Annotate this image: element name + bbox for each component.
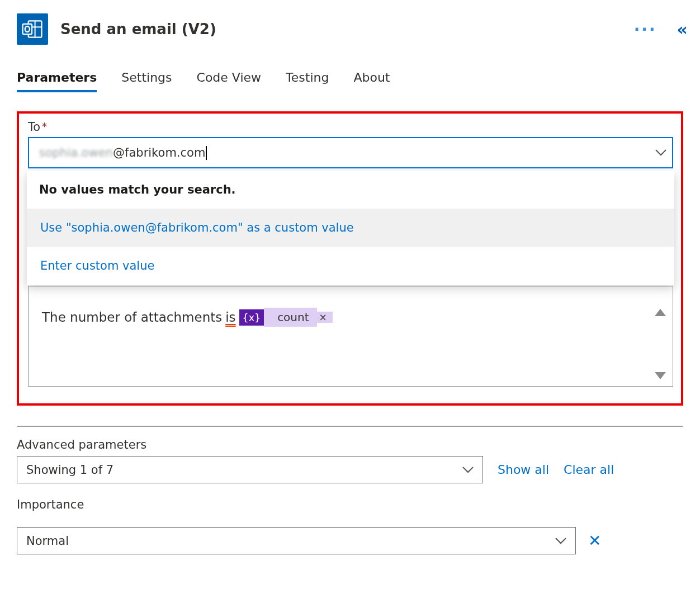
clear-all-link[interactable]: Clear all <box>564 463 614 477</box>
expression-icon: {x} <box>239 309 264 326</box>
remove-importance-icon[interactable]: ✕ <box>588 531 601 550</box>
tab-parameters[interactable]: Parameters <box>17 67 97 92</box>
body-prefix: The number of attachments <box>42 310 222 324</box>
more-menu-icon[interactable]: ··· <box>634 20 657 39</box>
svg-rect-3 <box>23 24 32 34</box>
advanced-parameters-select[interactable]: Showing 1 of 7 <box>17 456 483 483</box>
scroll-up-icon[interactable] <box>655 309 666 316</box>
panel-title: Send an email (V2) <box>60 21 216 37</box>
advanced-parameters-label: Advanced parameters <box>17 438 683 456</box>
collapse-panel-icon[interactable]: « <box>677 20 683 39</box>
dropdown-no-match: No values match your search. <box>27 171 674 209</box>
to-label-text: To <box>28 120 40 134</box>
text-cursor <box>206 146 207 160</box>
dropdown-enter-custom[interactable]: Enter custom value <box>27 247 674 285</box>
to-dropdown: No values match your search. Use "sophia… <box>27 171 674 285</box>
tab-testing[interactable]: Testing <box>286 67 329 92</box>
section-divider <box>17 426 683 427</box>
tab-code-view[interactable]: Code View <box>197 67 262 92</box>
to-input-value: @fabrikom.com <box>113 146 205 159</box>
tab-settings[interactable]: Settings <box>121 67 172 92</box>
body-editor[interactable]: The number of attachments is {x} count × <box>28 286 673 387</box>
highlighted-region: To* sophia.owen@fabrikom.com No values m… <box>17 111 683 406</box>
importance-select[interactable]: Normal <box>17 527 576 554</box>
dropdown-use-custom[interactable]: Use "sophia.owen@fabrikom.com" as a cust… <box>27 209 674 247</box>
expression-token[interactable]: {x} count × <box>239 308 333 327</box>
to-label: To* <box>28 120 673 137</box>
chevron-down-icon[interactable] <box>462 467 474 473</box>
body-word-is: is <box>225 310 235 324</box>
importance-value: Normal <box>26 534 69 548</box>
expression-label: count <box>264 308 316 327</box>
expression-remove-icon[interactable]: × <box>317 312 333 323</box>
panel-header: Send an email (V2) ··· « <box>17 10 683 67</box>
to-input-redacted: sophia.owen <box>39 146 113 159</box>
scroll-down-icon[interactable] <box>655 372 666 379</box>
to-input[interactable]: sophia.owen@fabrikom.com <box>28 137 673 168</box>
advanced-showing-value: Showing 1 of 7 <box>26 463 113 477</box>
show-all-link[interactable]: Show all <box>498 463 549 477</box>
importance-label: Importance <box>17 498 683 516</box>
tabs: Parameters Settings Code View Testing Ab… <box>17 67 683 111</box>
tab-about[interactable]: About <box>353 67 390 92</box>
required-asterisk: * <box>40 120 47 132</box>
scrollbar[interactable] <box>655 309 666 379</box>
chevron-down-icon[interactable] <box>555 538 566 544</box>
chevron-down-icon[interactable] <box>655 149 666 156</box>
outlook-icon <box>17 13 48 45</box>
body-text: The number of attachments is {x} count × <box>42 308 333 327</box>
